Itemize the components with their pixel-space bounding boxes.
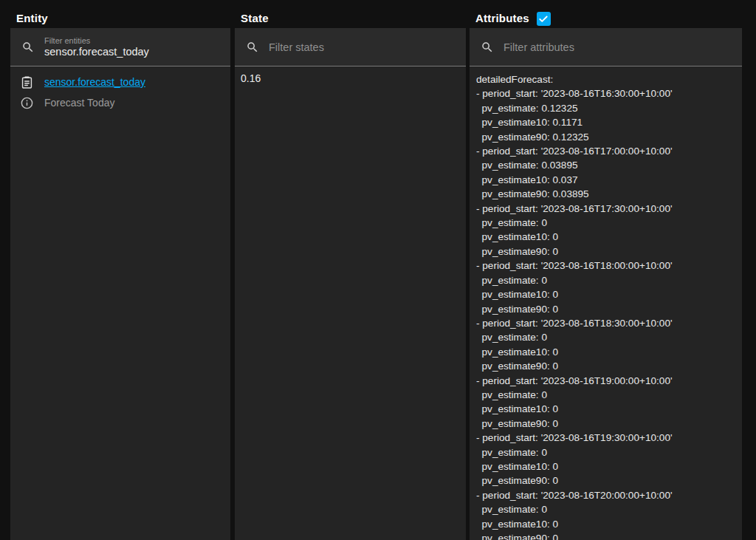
- entity-id-row: sensor.forecast_today: [15, 72, 226, 92]
- state-value: 0.16: [235, 66, 466, 90]
- entity-name-row: Forecast Today: [15, 92, 226, 113]
- entity-column-header-label: Entity: [16, 12, 48, 24]
- entity-id-link[interactable]: sensor.forecast_today: [44, 76, 145, 88]
- attributes-yaml: detailedForecast: - period_start: '2023-…: [470, 66, 742, 540]
- copy-clipboard-icon[interactable]: [20, 75, 34, 89]
- attributes-filter-field[interactable]: [470, 28, 742, 66]
- state-column: 0.16: [235, 28, 466, 540]
- entity-filter-input[interactable]: [44, 46, 221, 58]
- attributes-cell-area: detailedForecast: - period_start: '2023-…: [470, 66, 742, 540]
- search-icon: [481, 41, 494, 54]
- info-icon[interactable]: [20, 96, 34, 110]
- entity-filter-label: Filter entities: [44, 36, 221, 45]
- attributes-column-header: Attributes: [470, 0, 742, 28]
- search-icon: [21, 41, 35, 54]
- state-filter-input[interactable]: [269, 41, 457, 53]
- entity-friendly-name: Forecast Today: [44, 97, 114, 109]
- state-filter-field[interactable]: [235, 28, 466, 66]
- attributes-column: detailedForecast: - period_start: '2023-…: [470, 28, 742, 540]
- entity-column: Filter entities sensor.forecast_today: [10, 28, 230, 540]
- checkmark-icon: [538, 14, 549, 24]
- attributes-checkbox[interactable]: [537, 12, 551, 26]
- search-icon: [246, 41, 259, 54]
- state-column-header-label: State: [241, 12, 269, 24]
- state-column-header: State: [235, 0, 466, 28]
- entity-filter-field[interactable]: Filter entities: [10, 28, 230, 66]
- entity-column-header: Entity: [10, 0, 230, 28]
- attributes-filter-input[interactable]: [504, 41, 733, 53]
- attributes-column-header-label: Attributes: [475, 12, 529, 24]
- state-cell-area: 0.16: [235, 66, 466, 540]
- entity-list: sensor.forecast_today Forecast Today: [10, 66, 230, 540]
